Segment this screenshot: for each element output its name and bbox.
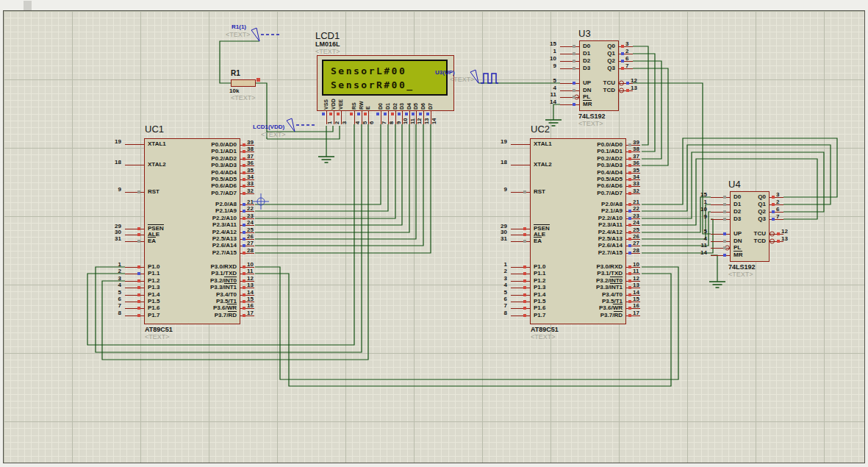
pin-number: 30 [107,229,121,235]
pin-number: 12 [781,229,788,235]
pin-stub[interactable] [560,68,579,69]
pin-state-square [523,240,526,243]
voltage-probe-icon[interactable] [287,118,295,132]
schematic-canvas[interactable]: UC1AT89C51<TEXT>19XTAL118XTAL29RST29PSEN… [3,10,865,463]
pin-stub[interactable] [511,281,530,282]
pin-number: 7 [107,303,121,309]
ground-symbol[interactable] [318,157,334,163]
pin-stub[interactable] [711,248,730,249]
pin-stub[interactable] [511,316,530,316]
pin-stub[interactable] [711,212,730,213]
pin-name: E [365,91,370,110]
pin-stub[interactable] [125,316,144,316]
pin-stub[interactable] [511,241,530,242]
pin-stub[interactable] [560,54,579,54]
pin-stub[interactable] [511,144,530,145]
pin-name: UP [583,80,591,86]
pin-stub[interactable] [560,61,579,62]
wire[interactable] [711,255,717,282]
pin-stub[interactable] [560,104,579,105]
pin-state-square [243,203,245,206]
pin-stub[interactable] [125,281,144,282]
wire[interactable] [255,124,423,246]
pin-number: 23 [247,213,254,219]
pin-stub[interactable] [511,267,530,268]
floating-terminal-square [257,78,260,82]
pin-number: 1 [692,199,707,205]
pin-stub[interactable] [711,234,730,235]
pin-stub[interactable] [125,235,144,235]
pin-name: P3.6/WR [599,305,623,311]
wire[interactable] [255,124,431,253]
pin-number: 6 [625,56,628,62]
pin-name: P2.3/A11 [212,222,237,228]
pin-name: P0.4/AD4 [597,170,623,176]
pin-name: P0.2/AD2 [597,156,623,162]
pin-stub[interactable] [511,295,530,296]
pin-number: 14 [247,290,254,296]
pin-stub[interactable] [560,90,579,91]
pin-name: P0.0/AD0 [597,142,623,148]
resistor-r1[interactable] [231,79,256,87]
pin-stub[interactable] [125,288,144,288]
pin-number: 25 [633,227,639,233]
pin-stub[interactable] [125,241,144,242]
pin-stub[interactable] [711,255,730,256]
pin-state-square [621,67,624,70]
pin-number: 7 [625,63,628,69]
pin-name: P0.1/AD1 [597,149,623,154]
pin-stub[interactable] [560,97,579,98]
wire[interactable] [255,124,416,239]
pin-number: 24 [247,220,254,226]
pin-state-square [628,244,631,247]
pin-number: 21 [633,199,639,205]
pin-stub[interactable] [511,165,530,165]
pin-number: 22 [633,206,639,212]
pin-stub[interactable] [125,192,144,193]
chip-ref-label: UC2 [531,124,550,134]
ground-symbol[interactable] [709,282,725,288]
pin-stub[interactable] [511,288,530,288]
pin-stub[interactable] [560,46,579,47]
pin-stub[interactable] [125,165,144,165]
pin-stub[interactable] [125,308,144,309]
pin-stub[interactable] [511,302,530,302]
pin-state-square [137,265,140,268]
pin-state-square [523,293,526,296]
pin-stub[interactable] [511,229,530,229]
wire[interactable] [553,104,560,120]
pin-name: Q1 [607,51,615,57]
pin-number: 5 [492,290,507,296]
pin-state-square [243,307,245,310]
pin-stub[interactable] [711,241,730,242]
pin-stub[interactable] [125,267,144,268]
pin-number: 8 [107,310,121,316]
pin-stub[interactable] [511,308,530,309]
pin-stub[interactable] [711,197,730,198]
pin-stub[interactable] [511,235,530,235]
pin-stub[interactable] [125,302,144,302]
wire[interactable] [255,124,409,232]
pin-stub[interactable] [711,219,730,220]
pin-stub[interactable] [511,192,530,193]
pin-stub[interactable] [125,229,144,229]
pin-state-square [573,52,575,55]
pin-stub[interactable] [711,204,730,205]
pin-stub[interactable] [511,274,530,274]
pin-state-square [628,307,631,310]
pin-stub[interactable] [125,144,144,145]
pin-state-square [243,252,245,254]
pin-name: Q0 [607,43,615,49]
pin-name: P2.1/A9 [601,208,623,214]
pin-state-square [243,185,245,188]
pin-name: P1.5 [148,299,159,304]
pin-stub[interactable] [125,295,144,296]
voltage-probe-icon[interactable] [251,28,259,41]
pin-name: P2.5/A13 [598,236,623,242]
pin-stub[interactable] [125,274,144,274]
pin-state-square [364,113,367,115]
pin-stub[interactable] [560,83,579,84]
pin-name: D2 [734,209,741,215]
pin-number: 24 [633,220,639,226]
pin-name: MR [583,101,592,107]
